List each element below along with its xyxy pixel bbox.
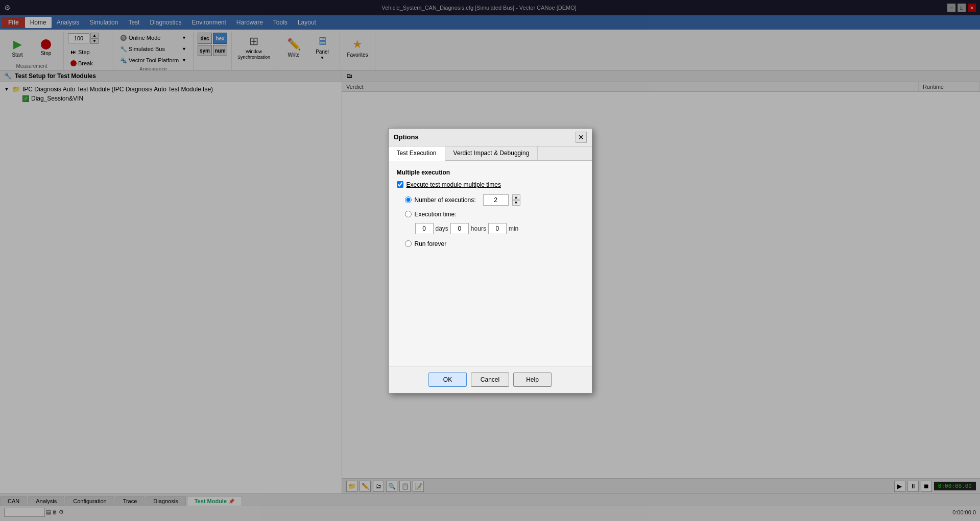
hours-input[interactable] — [450, 223, 469, 234]
num-executions-radio[interactable] — [405, 196, 412, 203]
modal-body: Multiple execution Execute test module m… — [389, 161, 592, 366]
modal-tabs: Test Execution Verdict Impact & Debuggin… — [389, 146, 592, 161]
modal-title: Options — [394, 133, 419, 141]
run-forever-row: Run forever — [405, 240, 584, 247]
days-input[interactable] — [415, 223, 434, 234]
num-executions-label[interactable]: Number of executions: — [415, 196, 476, 204]
ok-button[interactable]: OK — [428, 373, 467, 387]
options-dialog: Options ✕ Test Execution Verdict Impact … — [388, 128, 592, 393]
modal-title-bar: Options ✕ — [389, 129, 592, 146]
execution-time-row: Execution time: — [405, 211, 584, 218]
min-label: min — [509, 225, 518, 232]
days-label: days — [436, 225, 448, 232]
num-executions-up-btn[interactable]: ▲ — [512, 194, 520, 200]
modal-tab-test-execution[interactable]: Test Execution — [389, 146, 445, 161]
modal-tab-verdict-impact[interactable]: Verdict Impact & Debugging — [445, 146, 538, 160]
num-executions-row: Number of executions: ▲ ▼ — [405, 194, 584, 206]
execution-time-radio[interactable] — [405, 211, 412, 217]
num-executions-down-btn[interactable]: ▼ — [512, 200, 520, 206]
help-button[interactable]: Help — [513, 373, 552, 387]
hours-label: hours — [471, 225, 486, 232]
execute-multiple-label[interactable]: Execute test module multiple times — [407, 181, 501, 188]
execution-time-section: Execution time: days hours min — [405, 211, 584, 234]
modal-close-button[interactable]: ✕ — [576, 132, 587, 143]
time-inputs: days hours min — [415, 223, 584, 234]
execute-multiple-checkbox[interactable] — [397, 181, 403, 188]
run-forever-radio[interactable] — [405, 240, 412, 247]
min-input[interactable] — [488, 223, 507, 234]
execution-time-label[interactable]: Execution time: — [415, 211, 457, 218]
cancel-button[interactable]: Cancel — [471, 373, 509, 387]
modal-footer: OK Cancel Help — [389, 366, 592, 393]
run-forever-label[interactable]: Run forever — [415, 240, 447, 247]
modal-overlay: Options ✕ Test Execution Verdict Impact … — [0, 0, 980, 521]
num-executions-input[interactable] — [483, 194, 509, 206]
execute-multiple-row: Execute test module multiple times — [397, 181, 584, 188]
section-label: Multiple execution — [397, 169, 584, 176]
